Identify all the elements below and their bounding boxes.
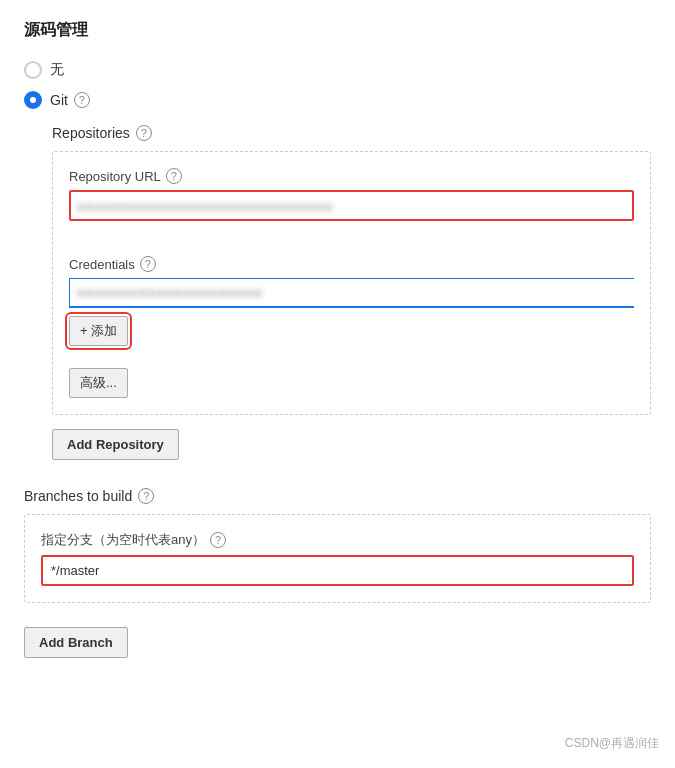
repositories-section-label: Repositories ? [52, 125, 651, 141]
add-credentials-button[interactable]: + 添加 [69, 316, 128, 346]
credentials-label: Credentials ? [69, 256, 634, 272]
credentials-group: Credentials ? ●●●●●●●●●●●●●●●●●●●●● + 添加 [69, 256, 634, 346]
watermark: CSDN@再遇润佳 [565, 735, 659, 752]
repo-url-help-icon[interactable]: ? [166, 168, 182, 184]
branch-card: 指定分支（为空时代表any） ? [24, 514, 651, 603]
radio-none-circle[interactable] [24, 61, 42, 79]
add-repository-button[interactable]: Add Repository [52, 429, 179, 460]
advanced-button[interactable]: 高级... [69, 368, 128, 398]
credentials-input[interactable] [69, 278, 634, 308]
radio-git-label: Git ? [50, 92, 90, 108]
repo-url-input[interactable] [69, 190, 634, 221]
branch-input[interactable] [41, 555, 634, 586]
radio-git-circle[interactable] [24, 91, 42, 109]
repo-url-group: Repository URL ? ●●●●●●●●●●●●●●●●●●●●●●●… [69, 168, 634, 242]
repositories-help-icon[interactable]: ? [136, 125, 152, 141]
page-container: 源码管理 无 Git ? Repositories ? Repository U… [0, 0, 675, 768]
branches-section: Branches to build ? 指定分支（为空时代表any） ? Add… [24, 488, 651, 658]
credentials-input-wrapper: ●●●●●●●●●●●●●●●●●●●●● [69, 278, 634, 308]
page-title: 源码管理 [24, 20, 651, 41]
radio-git[interactable]: Git ? [24, 91, 651, 109]
radio-group: 无 Git ? [24, 61, 651, 109]
repository-card: Repository URL ? ●●●●●●●●●●●●●●●●●●●●●●●… [52, 151, 651, 415]
git-help-icon[interactable]: ? [74, 92, 90, 108]
repo-url-label: Repository URL ? [69, 168, 634, 184]
branch-field-help-icon[interactable]: ? [210, 532, 226, 548]
advanced-section: 高级... [69, 360, 634, 398]
branch-field-label: 指定分支（为空时代表any） ? [41, 531, 634, 549]
radio-none-label: 无 [50, 61, 64, 79]
branches-help-icon[interactable]: ? [138, 488, 154, 504]
credentials-help-icon[interactable]: ? [140, 256, 156, 272]
add-branch-button[interactable]: Add Branch [24, 627, 128, 658]
credentials-row: ●●●●●●●●●●●●●●●●●●●●● [69, 278, 634, 308]
branches-label: Branches to build ? [24, 488, 651, 504]
radio-none[interactable]: 无 [24, 61, 651, 79]
